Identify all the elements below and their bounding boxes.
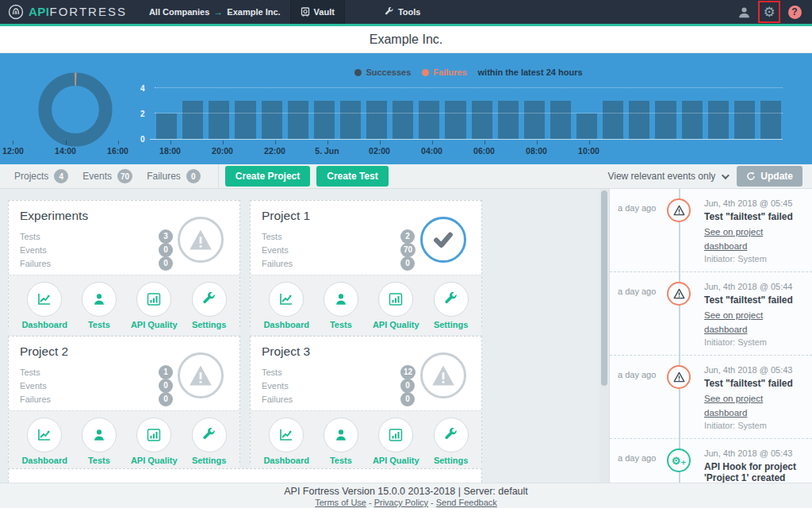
project-card-experiments[interactable]: Experiments Tests3 Events0 Failures0 (8, 200, 240, 327)
bar (340, 101, 361, 139)
tests-button[interactable]: Tests (324, 418, 358, 465)
x-tick-mark (13, 140, 13, 144)
dashboard-button[interactable]: Dashboard (21, 418, 67, 465)
api-quality-button[interactable]: API Quality (131, 418, 178, 465)
x-tick-label: 16:00 (107, 146, 128, 156)
tests-button[interactable]: Tests (82, 418, 117, 465)
card-title: Experiments (20, 209, 173, 223)
settings-button[interactable]: Settings (192, 282, 227, 329)
nav-item-vault[interactable]: Vault (290, 0, 345, 24)
event-initiator: Initiator: System (704, 421, 806, 430)
stat-projects-label: Projects (14, 171, 48, 182)
legend-item-successes: Successes (354, 67, 411, 77)
stat-events: Events 70 (82, 169, 132, 183)
bar (156, 114, 177, 139)
bar (682, 101, 703, 139)
legend-dot-successes (354, 69, 362, 76)
vault-icon (301, 7, 310, 17)
failures-label: Failures (262, 259, 400, 268)
create-project-button[interactable]: Create Project (225, 166, 310, 187)
stat-failures: Failures 0 (147, 169, 201, 183)
x-tick-label: 5. Jun (315, 146, 339, 156)
bar (760, 101, 781, 139)
dashboard-button[interactable]: Dashboard (263, 418, 308, 465)
bar (472, 101, 492, 139)
project-card-project-3[interactable]: Project 3 Tests12 Events0 Failures0 (250, 336, 482, 463)
settings-wrench-icon (444, 292, 458, 306)
settings-button[interactable]: Settings (434, 418, 469, 465)
x-axis-baseline (150, 139, 783, 140)
vertical-scrollbar[interactable] (599, 189, 609, 483)
card-title: Project 2 (20, 344, 173, 359)
bar (314, 101, 335, 139)
scrollbar-thumb[interactable] (601, 190, 607, 386)
dashboard-button[interactable]: Dashboard (263, 282, 308, 329)
link-separator: - (428, 498, 436, 507)
legend-item-failures: Failures (422, 67, 466, 77)
toolbar-right: View relevant events only Update (607, 166, 812, 187)
refresh-icon (746, 171, 756, 181)
bar (445, 101, 465, 139)
help-icon[interactable]: ? (785, 2, 804, 21)
bar-group (155, 88, 783, 139)
settings-wrench-icon (202, 292, 216, 306)
event-timestamp: Jun, 4th 2018 @ 05:45 (704, 198, 806, 208)
bar (734, 101, 755, 139)
projects-area: Experiments Tests3 Events0 Failures0 (0, 189, 599, 483)
settings-button[interactable]: Settings (434, 282, 469, 329)
event-age: a day ago (618, 448, 661, 483)
project-cards-grid: Experiments Tests3 Events0 Failures0 (8, 200, 482, 463)
settings-button[interactable]: Settings (192, 418, 227, 465)
x-tick-label: 02:00 (369, 146, 390, 156)
x-axis: 12:0014:0016:0018:0020:0022:005. Jun02:0… (0, 140, 628, 158)
logo[interactable]: APIFORTRESS (0, 0, 140, 24)
privacy-policy-link[interactable]: Privacy Policy (374, 498, 428, 507)
api-quality-bars-icon (146, 427, 162, 443)
failures-count-badge: 0 (400, 392, 415, 406)
events-filter-dropdown[interactable]: View relevant events only (607, 171, 727, 182)
terms-of-use-link[interactable]: Terms of Use (315, 498, 366, 507)
stat-events-count: 70 (117, 169, 132, 183)
event-dashboard-link[interactable]: See on project dashboard (704, 394, 763, 418)
tests-button[interactable]: Tests (82, 282, 117, 329)
y-tick-label: 4 (140, 84, 145, 93)
event-dashboard-link[interactable]: See on project dashboard (704, 310, 763, 334)
event-item: a day ago Jun, 4th 2018 @ 05:45 Test "fa… (610, 189, 812, 272)
tests-label: Tests (20, 232, 159, 241)
card-title: Project 3 (262, 344, 416, 359)
bar (262, 101, 282, 139)
send-feedback-link[interactable]: Send Feedback (436, 498, 497, 507)
settings-gear-icon[interactable]: ⚙ (760, 2, 779, 21)
api-quality-button[interactable]: API Quality (373, 282, 419, 329)
api-quality-button[interactable]: API Quality (131, 282, 178, 329)
top-nav: APIFORTRESS All Companies → Example Inc.… (0, 0, 812, 24)
project-card-project-2[interactable]: Project 2 Tests1 Events0 Failures0 D (8, 336, 240, 463)
failures-count-badge: 0 (159, 392, 173, 406)
update-button[interactable]: Update (737, 166, 802, 187)
x-tick-mark (485, 140, 485, 144)
nav-item-tools[interactable]: Tools (375, 0, 431, 24)
event-title: Test "failtest" failed (704, 378, 806, 389)
dashboard-button[interactable]: Dashboard (21, 282, 67, 329)
card-title: Project 1 (262, 209, 416, 223)
footer: API Fortress Version 15.0.0 2013-2018 | … (0, 483, 812, 508)
dashboard-chart-icon (278, 291, 294, 307)
toolbar-divider (218, 164, 219, 189)
create-test-button[interactable]: Create Test (316, 166, 388, 187)
api-quality-button[interactable]: API Quality (373, 418, 419, 465)
x-tick-mark (589, 140, 590, 144)
event-age: a day ago (618, 198, 661, 264)
event-title: Test "failtest" failed (704, 294, 806, 306)
project-card-project-1[interactable]: Project 1 Tests2 Events70 Failures0 (250, 200, 482, 327)
status-warning-icon (420, 352, 466, 398)
x-tick-label: 08:00 (526, 146, 547, 156)
x-tick-mark (66, 140, 67, 144)
events-count-badge: 70 (400, 243, 416, 257)
api-quality-bars-icon (388, 427, 404, 443)
tests-button[interactable]: Tests (324, 282, 358, 329)
event-dashboard-link[interactable]: See on project dashboard (704, 227, 763, 251)
event-warning-icon (667, 365, 691, 389)
user-account-icon[interactable] (734, 2, 753, 21)
stat-projects-count: 4 (54, 169, 68, 183)
nav-item-all-companies[interactable]: All Companies → Example Inc. (140, 0, 290, 24)
